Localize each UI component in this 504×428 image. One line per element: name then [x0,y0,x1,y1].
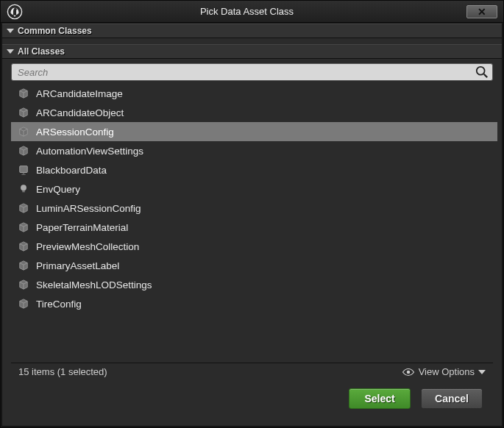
svg-line-2 [484,74,488,78]
list-item[interactable]: LuminARSessionConfig [11,199,497,218]
cube-icon [18,279,29,290]
close-button[interactable]: ✕ [466,5,497,18]
list-item[interactable]: ARCandidateObject [11,103,497,122]
list-item-label: TireConfig [36,299,82,310]
cube-icon [18,202,29,214]
select-button-label: Select [364,393,394,404]
list-item-label: PrimaryAssetLabel [36,260,119,271]
common-classes-header[interactable]: Common Classes [2,24,502,38]
picker-window: Pick Data Asset Class ✕ Common Classes A… [0,0,504,428]
list-item[interactable]: ARSessionConfig [11,122,497,141]
list-item-label: ARSessionConfig [36,126,114,138]
list-item-label: BlackboardData [36,165,107,176]
eye-icon [402,368,415,377]
list-item-label: AutomationViewSettings [36,146,143,157]
list-item[interactable]: PrimaryAssetLabel [11,256,497,275]
cube-icon [18,145,29,157]
button-bar: Select Cancel [11,380,493,417]
cube-icon [18,126,29,138]
list-item-label: EnvQuery [36,184,80,195]
list-item[interactable]: TireConfig [11,294,497,313]
list-item[interactable]: ARCandidateImage [11,84,497,103]
view-options-label[interactable]: View Options [419,366,475,377]
cube-icon [18,88,29,99]
cube-icon [18,221,29,233]
common-classes-label: Common Classes [18,26,92,36]
list-item-label: PreviewMeshCollection [36,241,139,252]
list-item[interactable]: AutomationViewSettings [11,141,497,160]
list-item[interactable]: BlackboardData [11,160,497,179]
list-item-label: SkeletalMeshLODSettings [36,279,152,290]
item-count-label: 15 items (1 selected) [18,366,107,377]
svg-rect-7 [22,190,25,193]
all-classes-label: All Classes [18,46,65,57]
chevron-down-icon[interactable] [478,370,486,374]
cube-icon [18,240,29,252]
svg-rect-3 [20,166,28,173]
select-button[interactable]: Select [349,388,411,409]
list-item-label: ARCandidateObject [36,107,124,118]
list-item-truncated [11,313,497,319]
search-wrap [11,63,493,81]
status-bar: 15 items (1 selected) View Options [11,363,493,380]
list-item[interactable]: PaperTerrainMaterial [11,218,497,237]
list-item[interactable]: PreviewMeshCollection [11,237,497,256]
class-list[interactable]: ARCandidateImageARCandidateObjectARSessi… [11,84,497,363]
list-item-label: LuminARSessionConfig [36,203,141,214]
cancel-button[interactable]: Cancel [421,388,483,409]
dialog-body: Common Classes All Classes ARCandidateIm… [1,24,503,427]
collapse-icon [7,49,14,54]
list-item[interactable]: SkeletalMeshLODSettings [11,275,497,294]
collapse-icon [7,29,14,33]
search-icon [475,65,489,79]
svg-point-8 [406,370,410,374]
bulb-icon [18,183,29,195]
list-item-label: ARCandidateImage [36,88,123,99]
list-item[interactable]: EnvQuery [11,179,497,199]
list-item-label: PaperTerrainMaterial [36,222,128,233]
common-classes-body [2,38,502,44]
window-title: Pick Data Asset Class [27,6,466,17]
titlebar[interactable]: Pick Data Asset Class ✕ [1,1,503,23]
board-icon [18,164,29,176]
cube-icon [18,298,29,310]
cancel-button-label: Cancel [435,393,469,404]
search-input[interactable] [11,63,493,81]
svg-point-6 [21,185,26,190]
cube-icon [18,107,29,118]
cube-icon [18,260,29,271]
close-icon: ✕ [478,6,486,18]
all-classes-body: ARCandidateImageARCandidateObjectARSessi… [2,59,502,426]
svg-point-1 [477,67,485,75]
unreal-logo-icon [7,4,23,20]
all-classes-header[interactable]: All Classes [2,44,502,59]
